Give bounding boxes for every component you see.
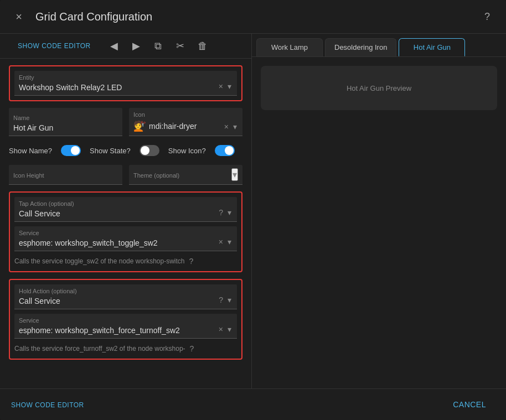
tap-hint-text: Calls the service toggle_sw2 of the node… xyxy=(14,256,185,266)
toolbar: SHOW CODE EDITOR ◀ ▶ ⧉ ✂ 🗑 xyxy=(0,34,251,59)
tap-action-dropdown-button[interactable]: ▾ xyxy=(226,207,233,218)
name-value: Hot Air Gun xyxy=(13,123,118,132)
tap-service-field-group: Service esphome: workshop_switch_toggle_… xyxy=(19,230,218,247)
show-icon-slider xyxy=(215,145,235,156)
hold-hint-help-button[interactable]: ? xyxy=(189,343,195,354)
hold-service-field-row: Service esphome: workshop_switch_force_t… xyxy=(14,314,237,339)
show-state-label: Show State? xyxy=(90,147,131,155)
show-icon-toggle[interactable] xyxy=(215,145,235,156)
tap-service-field-row: Service esphome: workshop_switch_toggle_… xyxy=(14,226,237,251)
dialog-title: Grid Card Configuration xyxy=(35,11,152,23)
back-button[interactable]: ◀ xyxy=(106,38,122,54)
entity-dropdown-button[interactable]: ▾ xyxy=(226,81,233,92)
icon-value-row: 💇 mdi:hair-dryer xyxy=(133,120,223,132)
name-label: Name xyxy=(13,115,118,121)
entity-field-row: Entity Workshop Switch Relay2 LED × ▾ xyxy=(14,71,237,96)
hold-action-section: Hold Action (optional) Call Service ? ▾ xyxy=(9,279,242,360)
entity-section: Entity Workshop Switch Relay2 LED × ▾ xyxy=(9,65,242,101)
tap-action-header: Tap Action (optional) Call Service ? ▾ xyxy=(14,197,237,222)
cancel-button[interactable]: CANCEL xyxy=(444,396,495,413)
show-icon-label: Show Icon? xyxy=(168,147,206,155)
hold-action-header: Hold Action (optional) Call Service ? ▾ xyxy=(14,284,237,309)
close-button[interactable]: × xyxy=(11,9,27,24)
tap-hint-row: Calls the service toggle_sw2 of the node… xyxy=(14,256,237,267)
right-panel: Work Lamp Desoldering Iron Hot Air Gun H… xyxy=(251,34,506,388)
tap-service-dropdown-button[interactable]: ▾ xyxy=(226,236,233,247)
hold-service-actions: × ▾ xyxy=(218,324,233,335)
tap-hint-help-button[interactable]: ? xyxy=(188,256,195,267)
show-state-toggle[interactable] xyxy=(140,145,159,156)
tap-action-section: Tap Action (optional) Call Service ? ▾ xyxy=(9,191,242,272)
icon-height-theme-row: Icon Height Theme (optional) ▾ xyxy=(9,165,242,185)
help-button[interactable]: ? xyxy=(479,9,495,24)
cut-button[interactable]: ✂ xyxy=(173,38,188,54)
tap-action-label: Tap Action (optional) xyxy=(19,200,218,207)
show-code-editor-footer[interactable]: SHOW CODE EDITOR xyxy=(11,401,84,409)
card-tab-hot-air-gun[interactable]: Hot Air Gun xyxy=(399,38,465,56)
hold-service-value: esphome: workshop_switch_force_turnoff_s… xyxy=(19,326,218,335)
hold-action-label: Hold Action (optional) xyxy=(19,288,218,294)
hold-service-field-group: Service esphome: workshop_switch_force_t… xyxy=(19,317,218,335)
hold-action-dropdown-button[interactable]: ▾ xyxy=(226,294,233,305)
icon-preview: 💇 xyxy=(133,120,146,132)
entity-clear-button[interactable]: × xyxy=(218,81,224,92)
icon-label: Icon xyxy=(133,111,223,118)
dialog-body: SHOW CODE EDITOR ◀ ▶ ⧉ ✂ 🗑 Entity Worksh… xyxy=(0,34,506,388)
icon-height-field-row: Icon Height xyxy=(9,165,122,185)
dialog-header: × Grid Card Configuration ? xyxy=(0,0,506,34)
tap-action-value: Call Service xyxy=(19,209,218,218)
theme-field-group: Theme (optional) xyxy=(133,172,231,181)
hold-action-value: Call Service xyxy=(19,297,218,305)
name-field-row: Name Hot Air Gun xyxy=(9,108,122,136)
preview-placeholder: Hot Air Gun Preview xyxy=(347,84,411,92)
copy-button[interactable]: ⧉ xyxy=(151,38,166,54)
icon-field-row: Icon 💇 mdi:hair-dryer × ▾ xyxy=(129,108,242,136)
toggles-row: Show Name? Show State? Show Icon? xyxy=(9,143,242,158)
show-state-slider xyxy=(140,145,159,156)
delete-button[interactable]: 🗑 xyxy=(195,38,210,54)
theme-dropdown-button[interactable]: ▾ xyxy=(231,168,238,181)
hold-service-dropdown-button[interactable]: ▾ xyxy=(226,324,233,335)
show-name-toggle[interactable] xyxy=(61,145,81,156)
tap-service-label: Service xyxy=(19,230,218,236)
tap-service-value: esphome: workshop_switch_toggle_sw2 xyxy=(19,238,218,247)
card-preview-area: Hot Air Gun Preview xyxy=(252,57,506,388)
hold-action-header-actions: ? ▾ xyxy=(218,294,233,305)
tap-action-fields: Tap Action (optional) Call Service ? ▾ xyxy=(14,197,237,267)
hold-action-field-group: Hold Action (optional) Call Service xyxy=(19,288,218,305)
config-form: Entity Workshop Switch Relay2 LED × ▾ Na… xyxy=(0,59,251,366)
header-left: × Grid Card Configuration xyxy=(11,9,152,24)
entity-label: Entity xyxy=(19,74,218,81)
icon-value: mdi:hair-dryer xyxy=(149,122,197,131)
tap-service-actions: × ▾ xyxy=(218,236,233,247)
icon-height-label: Icon Height xyxy=(13,172,118,179)
icon-field-group: Icon 💇 mdi:hair-dryer xyxy=(133,111,223,132)
show-code-editor-top[interactable]: SHOW CODE EDITOR xyxy=(9,39,100,53)
footer-left: SHOW CODE EDITOR xyxy=(11,400,84,409)
left-panel: SHOW CODE EDITOR ◀ ▶ ⧉ ✂ 🗑 Entity Worksh… xyxy=(0,34,251,388)
forward-button[interactable]: ▶ xyxy=(128,38,144,54)
entity-field-group: Entity Workshop Switch Relay2 LED xyxy=(19,74,218,92)
tap-action-help-button[interactable]: ? xyxy=(218,207,224,218)
icon-clear-button[interactable]: × xyxy=(223,121,230,132)
card-tab-desoldering-iron[interactable]: Desoldering Iron xyxy=(325,38,396,56)
tap-service-clear-button[interactable]: × xyxy=(218,236,224,247)
show-name-label: Show Name? xyxy=(9,147,52,155)
grid-card-config-dialog: × Grid Card Configuration ? SHOW CODE ED… xyxy=(0,0,506,420)
icon-height-field-group: Icon Height xyxy=(13,172,118,181)
theme-label: Theme (optional) xyxy=(133,172,231,179)
hold-service-label: Service xyxy=(19,317,218,324)
entity-value: Workshop Switch Relay2 LED xyxy=(19,83,218,92)
icon-dropdown-button[interactable]: ▾ xyxy=(232,121,238,132)
entity-actions: × ▾ xyxy=(218,81,233,92)
hold-hint-text: Calls the service force_turnoff_sw2 of t… xyxy=(14,344,185,354)
tap-action-header-actions: ? ▾ xyxy=(218,207,233,218)
name-icon-row: Name Hot Air Gun Icon 💇 mdi:hair-dryer xyxy=(9,108,242,136)
card-tab-work-lamp[interactable]: Work Lamp xyxy=(256,38,323,56)
hold-service-clear-button[interactable]: × xyxy=(218,324,224,335)
preview-card: Hot Air Gun Preview xyxy=(261,66,497,110)
card-preview-tabs: Work Lamp Desoldering Iron Hot Air Gun xyxy=(252,34,506,57)
theme-field-row: Theme (optional) ▾ xyxy=(129,165,242,185)
hold-action-help-button[interactable]: ? xyxy=(218,294,224,305)
tap-action-field-group: Tap Action (optional) Call Service xyxy=(19,200,218,218)
